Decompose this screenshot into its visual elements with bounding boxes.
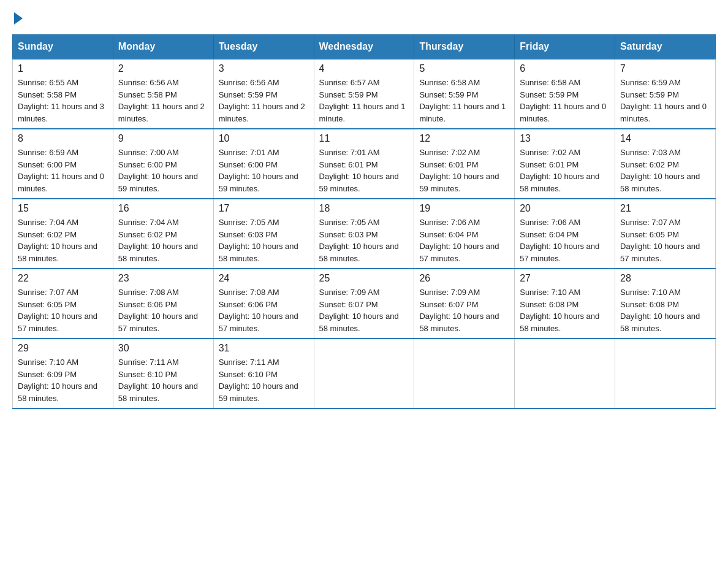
day-info: Sunrise: 7:04 AMSunset: 6:02 PMDaylight:… — [118, 216, 208, 264]
calendar-cell: 3Sunrise: 6:56 AMSunset: 5:59 PMDaylight… — [213, 59, 314, 129]
day-info: Sunrise: 7:07 AMSunset: 6:05 PMDaylight:… — [18, 286, 108, 334]
calendar-table: SundayMondayTuesdayWednesdayThursdayFrid… — [12, 34, 716, 409]
calendar-cell: 25Sunrise: 7:09 AMSunset: 6:07 PMDayligh… — [314, 269, 414, 339]
day-info: Sunrise: 6:59 AMSunset: 6:00 PMDaylight:… — [18, 147, 108, 194]
day-info: Sunrise: 7:09 AMSunset: 6:07 PMDaylight:… — [419, 286, 509, 334]
day-number: 14 — [620, 133, 710, 144]
day-info: Sunrise: 7:10 AMSunset: 6:08 PMDaylight:… — [520, 286, 610, 334]
day-info: Sunrise: 7:08 AMSunset: 6:06 PMDaylight:… — [219, 286, 309, 334]
day-number: 10 — [219, 133, 309, 144]
calendar-cell: 31Sunrise: 7:11 AMSunset: 6:10 PMDayligh… — [213, 339, 314, 408]
day-number: 28 — [620, 273, 710, 284]
day-number: 5 — [419, 63, 509, 74]
calendar-cell: 5Sunrise: 6:58 AMSunset: 5:59 PMDaylight… — [414, 59, 515, 129]
day-number: 12 — [419, 133, 509, 144]
calendar-cell: 8Sunrise: 6:59 AMSunset: 6:00 PMDaylight… — [13, 129, 113, 199]
calendar-cell: 1Sunrise: 6:55 AMSunset: 5:58 PMDaylight… — [13, 59, 113, 129]
day-info: Sunrise: 7:01 AMSunset: 6:00 PMDaylight:… — [219, 147, 309, 194]
calendar-header-row: SundayMondayTuesdayWednesdayThursdayFrid… — [13, 35, 716, 59]
day-info: Sunrise: 7:08 AMSunset: 6:06 PMDaylight:… — [118, 286, 208, 334]
day-number: 23 — [118, 273, 208, 284]
calendar-week-3: 15Sunrise: 7:04 AMSunset: 6:02 PMDayligh… — [13, 199, 716, 269]
calendar-week-2: 8Sunrise: 6:59 AMSunset: 6:00 PMDaylight… — [13, 129, 716, 199]
calendar-cell: 12Sunrise: 7:02 AMSunset: 6:01 PMDayligh… — [414, 129, 515, 199]
day-number: 25 — [319, 273, 409, 284]
calendar-cell: 11Sunrise: 7:01 AMSunset: 6:01 PMDayligh… — [314, 129, 414, 199]
day-number: 20 — [520, 203, 610, 214]
day-number: 6 — [520, 63, 610, 74]
day-number: 21 — [620, 203, 710, 214]
day-number: 26 — [419, 273, 509, 284]
day-info: Sunrise: 7:04 AMSunset: 6:02 PMDaylight:… — [18, 216, 108, 264]
calendar-cell: 21Sunrise: 7:07 AMSunset: 6:05 PMDayligh… — [615, 199, 716, 269]
calendar-cell: 9Sunrise: 7:00 AMSunset: 6:00 PMDaylight… — [113, 129, 213, 199]
day-info: Sunrise: 7:10 AMSunset: 6:09 PMDaylight:… — [18, 356, 108, 404]
day-info: Sunrise: 7:11 AMSunset: 6:10 PMDaylight:… — [219, 356, 309, 404]
day-info: Sunrise: 7:01 AMSunset: 6:01 PMDaylight:… — [319, 147, 409, 194]
day-info: Sunrise: 6:56 AMSunset: 5:58 PMDaylight:… — [118, 77, 208, 124]
col-header-thursday: Thursday — [414, 35, 515, 59]
calendar-cell: 26Sunrise: 7:09 AMSunset: 6:07 PMDayligh… — [414, 269, 515, 339]
day-info: Sunrise: 7:00 AMSunset: 6:00 PMDaylight:… — [118, 147, 208, 194]
calendar-cell — [314, 339, 414, 408]
calendar-week-4: 22Sunrise: 7:07 AMSunset: 6:05 PMDayligh… — [13, 269, 716, 339]
logo-arrow-icon — [14, 12, 23, 25]
calendar-cell: 17Sunrise: 7:05 AMSunset: 6:03 PMDayligh… — [213, 199, 314, 269]
day-info: Sunrise: 6:58 AMSunset: 5:59 PMDaylight:… — [419, 77, 509, 124]
day-number: 3 — [219, 63, 309, 74]
calendar-cell — [414, 339, 515, 408]
day-number: 29 — [18, 343, 108, 354]
calendar-cell: 18Sunrise: 7:05 AMSunset: 6:03 PMDayligh… — [314, 199, 414, 269]
calendar-cell: 13Sunrise: 7:02 AMSunset: 6:01 PMDayligh… — [515, 129, 615, 199]
calendar-cell: 14Sunrise: 7:03 AMSunset: 6:02 PMDayligh… — [615, 129, 716, 199]
day-info: Sunrise: 7:11 AMSunset: 6:10 PMDaylight:… — [118, 356, 208, 404]
calendar-cell: 19Sunrise: 7:06 AMSunset: 6:04 PMDayligh… — [414, 199, 515, 269]
calendar-cell: 30Sunrise: 7:11 AMSunset: 6:10 PMDayligh… — [113, 339, 213, 408]
calendar-cell: 10Sunrise: 7:01 AMSunset: 6:00 PMDayligh… — [213, 129, 314, 199]
logo-general — [12, 12, 23, 25]
calendar-cell: 4Sunrise: 6:57 AMSunset: 5:59 PMDaylight… — [314, 59, 414, 129]
calendar-cell: 24Sunrise: 7:08 AMSunset: 6:06 PMDayligh… — [213, 269, 314, 339]
day-number: 8 — [18, 133, 108, 144]
calendar-cell: 29Sunrise: 7:10 AMSunset: 6:09 PMDayligh… — [13, 339, 113, 408]
day-info: Sunrise: 7:05 AMSunset: 6:03 PMDaylight:… — [219, 216, 309, 264]
day-info: Sunrise: 6:56 AMSunset: 5:59 PMDaylight:… — [219, 77, 309, 124]
day-number: 11 — [319, 133, 409, 144]
calendar-cell — [615, 339, 716, 408]
day-info: Sunrise: 7:07 AMSunset: 6:05 PMDaylight:… — [620, 216, 710, 264]
day-info: Sunrise: 7:09 AMSunset: 6:07 PMDaylight:… — [319, 286, 409, 334]
day-number: 4 — [319, 63, 409, 74]
calendar-cell: 2Sunrise: 6:56 AMSunset: 5:58 PMDaylight… — [113, 59, 213, 129]
calendar-cell: 22Sunrise: 7:07 AMSunset: 6:05 PMDayligh… — [13, 269, 113, 339]
day-number: 1 — [18, 63, 108, 74]
day-info: Sunrise: 7:05 AMSunset: 6:03 PMDaylight:… — [319, 216, 409, 264]
calendar-cell: 6Sunrise: 6:58 AMSunset: 5:59 PMDaylight… — [515, 59, 615, 129]
calendar-week-1: 1Sunrise: 6:55 AMSunset: 5:58 PMDaylight… — [13, 59, 716, 129]
page-header — [12, 12, 716, 22]
day-number: 27 — [520, 273, 610, 284]
calendar-cell: 20Sunrise: 7:06 AMSunset: 6:04 PMDayligh… — [515, 199, 615, 269]
day-number: 13 — [520, 133, 610, 144]
day-number: 15 — [18, 203, 108, 214]
day-info: Sunrise: 7:02 AMSunset: 6:01 PMDaylight:… — [520, 147, 610, 194]
calendar-cell: 15Sunrise: 7:04 AMSunset: 6:02 PMDayligh… — [13, 199, 113, 269]
day-number: 16 — [118, 203, 208, 214]
day-number: 22 — [18, 273, 108, 284]
day-number: 7 — [620, 63, 710, 74]
day-number: 17 — [219, 203, 309, 214]
day-info: Sunrise: 6:55 AMSunset: 5:58 PMDaylight:… — [18, 77, 108, 124]
col-header-monday: Monday — [113, 35, 213, 59]
calendar-cell — [515, 339, 615, 408]
calendar-cell: 28Sunrise: 7:10 AMSunset: 6:08 PMDayligh… — [615, 269, 716, 339]
day-info: Sunrise: 6:59 AMSunset: 5:59 PMDaylight:… — [620, 77, 710, 124]
col-header-sunday: Sunday — [13, 35, 113, 59]
calendar-cell: 16Sunrise: 7:04 AMSunset: 6:02 PMDayligh… — [113, 199, 213, 269]
day-info: Sunrise: 6:58 AMSunset: 5:59 PMDaylight:… — [520, 77, 610, 124]
day-info: Sunrise: 7:03 AMSunset: 6:02 PMDaylight:… — [620, 147, 710, 194]
logo — [12, 12, 23, 22]
day-number: 2 — [118, 63, 208, 74]
col-header-saturday: Saturday — [615, 35, 716, 59]
col-header-friday: Friday — [515, 35, 615, 59]
day-number: 31 — [219, 343, 309, 354]
calendar-cell: 27Sunrise: 7:10 AMSunset: 6:08 PMDayligh… — [515, 269, 615, 339]
